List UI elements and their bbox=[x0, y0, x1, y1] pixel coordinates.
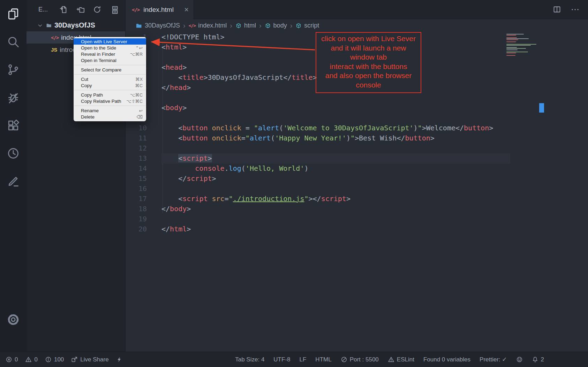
menu-item-open-with-live-server[interactable]: Open with Live Server bbox=[74, 38, 146, 45]
status-prettier-[interactable]: Prettier: ✓ bbox=[480, 356, 507, 363]
menu-item-select-for-compare[interactable]: Select for Compare bbox=[74, 67, 146, 73]
new-file-icon[interactable] bbox=[59, 5, 68, 14]
folder-icon bbox=[135, 22, 142, 29]
status-bar: 00100Live Share Tab Size: 4UTF-8LFHTMLPo… bbox=[0, 352, 588, 367]
split-editor-icon[interactable] bbox=[553, 5, 561, 14]
code-line-9[interactable]: 9 bbox=[126, 113, 588, 123]
extensions-icon[interactable] bbox=[6, 118, 20, 132]
menu-item-open-in-terminal[interactable]: Open in Terminal bbox=[74, 57, 146, 63]
code-line-10[interactable]: 10 <button onclick = "alert('Welcome to … bbox=[126, 123, 588, 133]
status-eslint[interactable]: ESLint bbox=[388, 356, 414, 363]
breadcrumb-separator: › bbox=[183, 22, 186, 30]
sidebar-actions bbox=[59, 5, 118, 14]
breadcrumb-item-30daysofjs[interactable]: 30DaysOfJS bbox=[135, 22, 180, 29]
breadcrumb-separator: › bbox=[230, 22, 232, 30]
line-number: 14 bbox=[126, 163, 147, 174]
line-number: 20 bbox=[126, 224, 147, 234]
status-utf-8[interactable]: UTF-8 bbox=[273, 356, 290, 363]
tab-actions: ⋯ bbox=[553, 0, 588, 19]
activity-bar bbox=[0, 0, 27, 352]
info-icon bbox=[45, 356, 52, 363]
menu-item-open-to-the-side[interactable]: Open to the Side⌃↩ bbox=[74, 45, 146, 51]
code-line-12[interactable]: 12 bbox=[126, 143, 588, 153]
status-tab-size-4[interactable]: Tab Size: 4 bbox=[235, 356, 264, 363]
explorer-icon[interactable] bbox=[6, 7, 20, 21]
menu-item-copy-path[interactable]: Copy Path⌥⌘C bbox=[74, 92, 146, 98]
menu-item-reveal-in-finder[interactable]: Reveal in Finder⌥⌘R bbox=[74, 51, 146, 57]
breadcrumb: 30DaysOfJS›</>index.html›html›body›scrip… bbox=[126, 19, 588, 32]
status-100[interactable]: 100 bbox=[45, 356, 64, 363]
explorer-title: E... bbox=[38, 6, 48, 13]
new-folder-icon[interactable] bbox=[76, 5, 85, 14]
status-left: 00100Live Share bbox=[6, 356, 123, 363]
menu-item-copy[interactable]: Copy⌘C bbox=[74, 82, 146, 89]
tab-index-html[interactable]: </> index.html × bbox=[126, 0, 194, 19]
menu-item-rename[interactable]: Rename↩ bbox=[74, 107, 146, 114]
annotation-line: console bbox=[317, 81, 420, 90]
breadcrumb-separator: › bbox=[290, 22, 293, 30]
line-number: 13 bbox=[126, 153, 147, 163]
refresh-icon[interactable] bbox=[93, 5, 101, 14]
activity-bar-bottom bbox=[6, 313, 20, 327]
menu-separator bbox=[74, 90, 146, 90]
symbol-cube-icon bbox=[235, 23, 242, 29]
menu-item-copy-relative-path[interactable]: Copy Relative Path⌥⇧⌘C bbox=[74, 98, 146, 104]
smiley-icon bbox=[516, 356, 523, 363]
html-file-icon: </> bbox=[51, 35, 59, 40]
annotation-line: click on open with Live Sever bbox=[317, 34, 420, 44]
menu-item-cut[interactable]: Cut⌘X bbox=[74, 76, 146, 82]
menu-separator bbox=[74, 65, 146, 65]
minimap[interactable] bbox=[506, 34, 538, 56]
status-lightning[interactable] bbox=[116, 356, 123, 363]
status-port-5500[interactable]: Port : 5500 bbox=[341, 356, 379, 363]
code-line-8[interactable]: 8<body> bbox=[126, 103, 588, 113]
code-line-18[interactable]: 18</body> bbox=[126, 204, 588, 214]
status-0[interactable]: 0 bbox=[6, 356, 18, 363]
source-control-icon[interactable] bbox=[6, 63, 20, 77]
context-menu: Open with Live ServerOpen to the Side⌃↩R… bbox=[74, 37, 146, 121]
symbol-cube-icon bbox=[265, 23, 271, 29]
search-icon[interactable] bbox=[6, 35, 20, 49]
code-line-19[interactable]: 19 bbox=[126, 214, 588, 224]
breadcrumb-separator: › bbox=[259, 22, 262, 30]
status-2[interactable]: 2 bbox=[532, 356, 544, 363]
settings-icon[interactable] bbox=[6, 313, 20, 327]
close-icon[interactable]: × bbox=[184, 6, 189, 14]
menu-item-delete[interactable]: Delete⌫ bbox=[74, 114, 146, 120]
line-number: 15 bbox=[126, 174, 147, 184]
code-line-13[interactable]: 13 <script> bbox=[126, 153, 588, 163]
eslint-icon bbox=[388, 356, 394, 363]
line-number: 17 bbox=[126, 194, 147, 204]
explorer-header: E... bbox=[27, 0, 125, 19]
annotation-line: and also open the browser bbox=[317, 71, 420, 81]
breadcrumb-item-html[interactable]: html bbox=[235, 22, 256, 29]
code-line-7[interactable]: 7 bbox=[126, 93, 588, 103]
code-line-15[interactable]: 15 </script> bbox=[126, 174, 588, 184]
code-line-14[interactable]: 14 console.log('Hello, World') bbox=[126, 163, 588, 174]
code-line-17[interactable]: 17 <script src="./introduction.js"></scr… bbox=[126, 194, 588, 204]
history-icon[interactable] bbox=[6, 146, 20, 160]
js-file-icon: JS bbox=[51, 47, 57, 53]
tab-bar: </> index.html × ⋯ bbox=[126, 0, 588, 19]
breadcrumb-item-index-html[interactable]: </>index.html bbox=[189, 22, 227, 29]
menu-separator bbox=[74, 74, 146, 75]
code-line-16[interactable]: 16 bbox=[126, 184, 588, 194]
feedback-icon[interactable] bbox=[6, 174, 20, 188]
line-number: 16 bbox=[126, 184, 147, 194]
folder-root-30daysofjs[interactable]: 30DaysOfJS bbox=[27, 19, 125, 31]
more-actions-icon[interactable]: ⋯ bbox=[571, 5, 580, 14]
code-line-11[interactable]: 11 <button onclick="alert('Happy New Yea… bbox=[126, 133, 588, 143]
code-line-20[interactable]: 20</html> bbox=[126, 224, 588, 234]
collapse-all-icon[interactable] bbox=[110, 5, 118, 14]
status-0[interactable]: 0 bbox=[25, 356, 37, 363]
status-found-0-variables[interactable]: Found 0 variables bbox=[423, 356, 470, 363]
status-live-share[interactable]: Live Share bbox=[71, 356, 108, 363]
line-number: 12 bbox=[126, 143, 147, 153]
breadcrumb-item-body[interactable]: body bbox=[265, 22, 287, 29]
status-lf[interactable]: LF bbox=[300, 356, 307, 363]
run-debug-icon[interactable] bbox=[6, 91, 20, 105]
html-file-icon: </> bbox=[189, 23, 196, 28]
status-smiley[interactable] bbox=[516, 356, 523, 363]
breadcrumb-item-script[interactable]: script bbox=[295, 22, 319, 29]
status-html[interactable]: HTML bbox=[315, 356, 331, 363]
